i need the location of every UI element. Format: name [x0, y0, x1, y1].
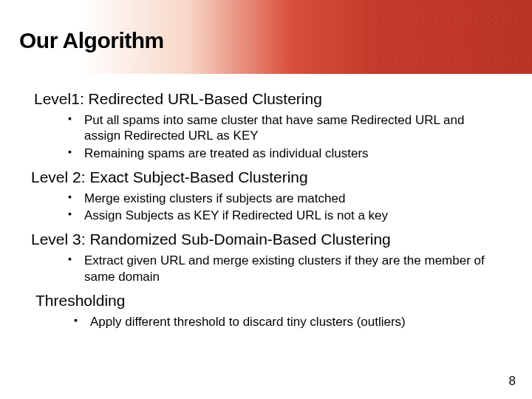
- section-heading-thresholding: Thresholding: [35, 292, 502, 310]
- section-heading-level1: Level1: Redirected URL-Based Clustering: [34, 90, 502, 108]
- section-heading-level2: Level 2: Exact Subject-Based Clustering: [31, 168, 502, 186]
- bullet-item: Put all spams into same cluster that hav…: [68, 112, 502, 144]
- slide-header: Our Algorithm: [0, 0, 532, 74]
- bullet-item: Apply different threshold to discard tin…: [74, 314, 502, 330]
- slide-content: Level1: Redirected URL-Based Clustering …: [0, 74, 532, 330]
- bullet-list-level1: Put all spams into same cluster that hav…: [30, 112, 502, 161]
- bullet-list-thresholding: Apply different threshold to discard tin…: [30, 314, 502, 330]
- header-texture: [340, 0, 532, 74]
- slide-title: Our Algorithm: [0, 21, 164, 53]
- bullet-item: Remaining spams are treated as individua…: [68, 146, 502, 161]
- bullet-item: Assign Subjects as KEY if Redirected URL…: [68, 208, 502, 223]
- page-number: 8: [509, 374, 516, 389]
- bullet-list-level3: Extract given URL and merge existing clu…: [30, 253, 502, 284]
- bullet-item: Extract given URL and merge existing clu…: [68, 253, 502, 284]
- section-heading-level3: Level 3: Randomized Sub-Domain-Based Clu…: [31, 231, 502, 248]
- bullet-list-level2: Merge existing clusters if subjects are …: [30, 191, 502, 224]
- bullet-item: Merge existing clusters if subjects are …: [68, 191, 502, 206]
